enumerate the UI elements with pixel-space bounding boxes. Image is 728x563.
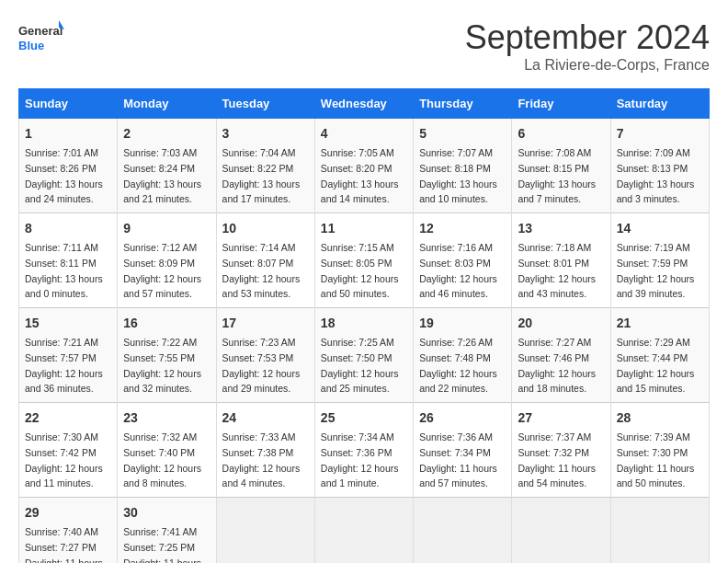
day-cell: 6Sunrise: 7:08 AMSunset: 8:15 PMDaylight… (512, 119, 610, 213)
day-info: Daylight: 12 hours (25, 463, 103, 474)
day-info: Sunset: 7:42 PM (25, 447, 97, 458)
page-subtitle: La Riviere-de-Corps, France (465, 57, 710, 74)
day-cell: 14Sunrise: 7:19 AMSunset: 7:59 PMDayligh… (610, 213, 709, 308)
day-info: Sunrise: 7:32 AM (123, 431, 197, 442)
day-number: 25 (321, 408, 407, 428)
logo-svg: General Blue (18, 18, 64, 60)
day-info: Daylight: 13 hours (518, 178, 596, 190)
day-info: Sunrise: 7:37 AM (518, 431, 591, 442)
day-info: Sunset: 7:32 PM (518, 447, 589, 458)
day-info: Daylight: 13 hours (123, 178, 201, 190)
day-info: Daylight: 12 hours (25, 368, 103, 379)
day-info: Sunrise: 7:41 AM (123, 526, 197, 537)
day-info: Daylight: 13 hours (25, 178, 103, 190)
day-cell (216, 498, 314, 564)
day-info: Sunrise: 7:12 AM (123, 242, 197, 253)
day-info: Daylight: 13 hours (25, 273, 103, 284)
day-cell: 12Sunrise: 7:16 AMSunset: 8:03 PMDayligh… (414, 213, 512, 308)
day-number: 13 (518, 219, 604, 238)
day-number: 16 (123, 314, 210, 333)
day-cell: 16Sunrise: 7:22 AMSunset: 7:55 PMDayligh… (118, 308, 216, 403)
day-info: Sunrise: 7:30 AM (25, 431, 98, 442)
day-info: Daylight: 11 hours (419, 463, 497, 474)
day-info: and 21 minutes. (123, 193, 192, 204)
day-info: Sunrise: 7:18 AM (518, 242, 591, 253)
day-cell: 1Sunrise: 7:01 AMSunset: 8:26 PMDaylight… (19, 119, 118, 213)
day-info: and 39 minutes. (617, 288, 686, 299)
day-cell: 28Sunrise: 7:39 AMSunset: 7:30 PMDayligh… (610, 403, 709, 498)
column-header-saturday: Saturday (610, 89, 709, 119)
day-info: and 10 minutes. (419, 193, 488, 204)
day-info: and 11 minutes. (25, 477, 94, 488)
title-area: September 2024 La Riviere-de-Corps, Fran… (465, 18, 710, 74)
day-info: Daylight: 12 hours (419, 368, 497, 379)
day-info: Sunset: 8:20 PM (321, 163, 392, 174)
day-number: 30 (123, 503, 210, 523)
day-info: and 53 minutes. (222, 288, 291, 299)
day-info: Daylight: 13 hours (419, 178, 497, 190)
column-header-thursday: Thursday (414, 89, 512, 119)
day-number: 28 (617, 408, 703, 428)
day-number: 11 (321, 219, 407, 238)
day-info: and 32 minutes. (123, 383, 192, 394)
calendar-table: SundayMondayTuesdayWednesdayThursdayFrid… (18, 88, 710, 563)
day-number: 3 (222, 124, 309, 144)
day-info: Sunset: 8:09 PM (123, 258, 195, 269)
day-cell: 19Sunrise: 7:26 AMSunset: 7:48 PMDayligh… (414, 308, 512, 403)
day-cell: 10Sunrise: 7:14 AMSunset: 8:07 PMDayligh… (216, 213, 314, 308)
day-info: and 43 minutes. (518, 288, 586, 299)
day-number: 6 (518, 124, 604, 144)
week-row-4: 22Sunrise: 7:30 AMSunset: 7:42 PMDayligh… (19, 403, 710, 498)
page-header: General Blue September 2024 La Riviere-d… (18, 18, 710, 74)
day-info: Daylight: 12 hours (321, 273, 399, 284)
day-info: Daylight: 12 hours (518, 273, 596, 284)
day-info: and 18 minutes. (518, 383, 586, 394)
day-info: Sunset: 7:44 PM (617, 352, 688, 363)
day-info: Daylight: 11 hours (25, 557, 103, 564)
week-row-1: 1Sunrise: 7:01 AMSunset: 8:26 PMDaylight… (19, 119, 710, 213)
day-info: Sunrise: 7:09 AM (617, 147, 690, 158)
day-info: and 15 minutes. (617, 383, 686, 394)
day-number: 4 (321, 124, 407, 144)
day-info: Sunset: 7:30 PM (617, 447, 688, 458)
day-cell: 5Sunrise: 7:07 AMSunset: 8:18 PMDaylight… (414, 119, 512, 213)
day-number: 1 (25, 124, 111, 144)
day-info: Daylight: 12 hours (123, 463, 201, 474)
day-info: Sunset: 8:05 PM (321, 258, 392, 269)
day-number: 27 (518, 408, 604, 428)
day-info: Sunset: 7:38 PM (222, 447, 294, 458)
day-info: Sunset: 7:57 PM (25, 352, 97, 363)
day-cell (610, 498, 709, 564)
day-info: and 29 minutes. (222, 383, 291, 394)
day-info: Sunset: 7:53 PM (222, 352, 294, 363)
page-title: September 2024 (465, 18, 710, 57)
day-info: Sunset: 8:13 PM (617, 163, 688, 174)
day-info: and 57 minutes. (123, 288, 192, 299)
day-cell: 8Sunrise: 7:11 AMSunset: 8:11 PMDaylight… (19, 213, 118, 308)
day-info: Daylight: 12 hours (518, 368, 596, 379)
header-row: SundayMondayTuesdayWednesdayThursdayFrid… (19, 89, 710, 119)
day-info: Sunrise: 7:21 AM (25, 337, 98, 348)
day-info: Sunset: 8:11 PM (25, 258, 97, 269)
day-cell: 30Sunrise: 7:41 AMSunset: 7:25 PMDayligh… (118, 498, 216, 564)
day-cell: 29Sunrise: 7:40 AMSunset: 7:27 PMDayligh… (19, 498, 118, 564)
day-number: 8 (25, 219, 111, 238)
day-info: Sunrise: 7:08 AM (518, 147, 591, 158)
day-info: Sunrise: 7:14 AM (222, 242, 296, 253)
day-info: Daylight: 12 hours (222, 463, 301, 474)
day-info: Sunset: 7:34 PM (419, 447, 491, 458)
week-row-3: 15Sunrise: 7:21 AMSunset: 7:57 PMDayligh… (19, 308, 710, 403)
svg-text:General: General (18, 24, 63, 38)
day-cell: 2Sunrise: 7:03 AMSunset: 8:24 PMDaylight… (118, 119, 216, 213)
day-info: Sunset: 8:22 PM (222, 163, 294, 174)
column-header-friday: Friday (512, 89, 610, 119)
day-info: Sunrise: 7:19 AM (617, 242, 690, 253)
day-cell: 7Sunrise: 7:09 AMSunset: 8:13 PMDaylight… (610, 119, 709, 213)
day-info: Daylight: 12 hours (321, 368, 399, 379)
day-number: 18 (321, 314, 407, 333)
logo: General Blue (18, 18, 64, 60)
column-header-wednesday: Wednesday (314, 89, 413, 119)
day-number: 7 (617, 124, 703, 144)
day-info: Sunset: 8:18 PM (419, 163, 491, 174)
day-info: Daylight: 12 hours (617, 368, 695, 379)
